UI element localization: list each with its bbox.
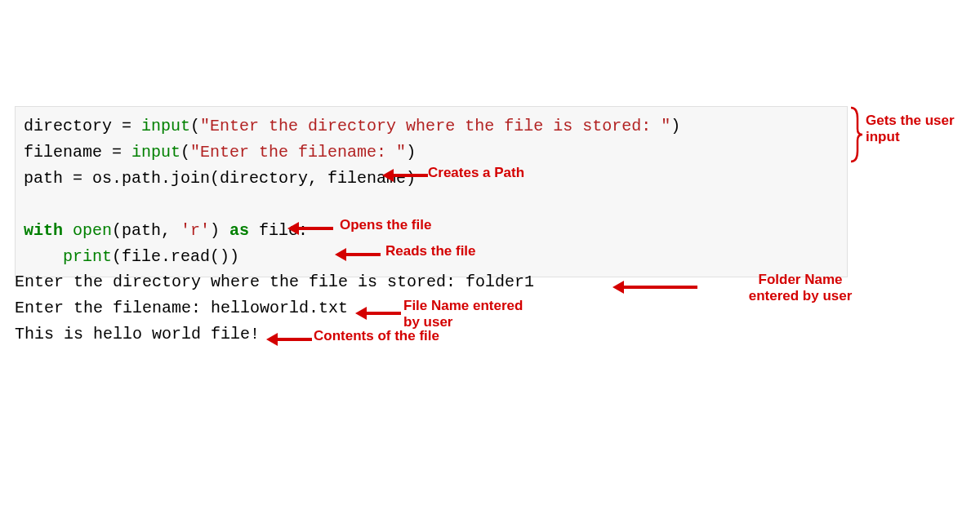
fn-input: input [131,143,180,162]
arrow-opens-file [287,222,333,235]
annot-folder-name: Folder Name entered by user [735,272,866,304]
string-literal: "Enter the filename: " [190,143,406,162]
fn-input: input [141,117,190,135]
annot-reads-file: Reads the file [385,243,476,259]
paren: ( [180,143,190,162]
code-line-1: directory = input("Enter the directory w… [24,113,839,140]
read-call: (file.read()) [112,247,239,266]
annot-opens-file: Opens the file [340,217,431,233]
arrow-folder-name [612,281,697,294]
annot-file-name: File Name entered by user [403,298,542,330]
arrow-contents [266,333,312,346]
var-filename: filename [24,143,112,162]
path-join: path = os.path.join(directory, filename) [24,169,416,188]
paren: ) [670,117,680,135]
kw-with: with [24,221,63,240]
args: (path, [112,221,180,240]
output-line-1: Enter the directory where the file is st… [15,269,534,295]
string-literal: "Enter the directory where the file is s… [200,117,670,135]
brace-icon [849,106,864,163]
indent [24,247,63,266]
fn-open: open [73,221,112,240]
var-directory: directory [24,117,122,135]
fn-print: print [63,247,112,266]
space [63,221,73,240]
arrow-creates-path [382,169,428,182]
annot-creates-path: Creates a Path [428,165,524,181]
eq: = [112,143,131,162]
string-literal: 'r' [180,221,210,240]
annot-gets-input: Gets the user input [866,113,972,145]
paren: ( [190,117,200,135]
arrow-file-name [355,307,401,320]
arrow-reads-file [335,248,381,261]
paren: ) [210,221,229,240]
eq: = [122,117,141,135]
kw-as: as [229,221,249,240]
annot-contents: Contents of the file [314,328,439,344]
paren: ) [406,143,416,162]
code-line-blank [24,192,839,218]
code-line-2: filename = input("Enter the filename: ") [24,140,839,166]
